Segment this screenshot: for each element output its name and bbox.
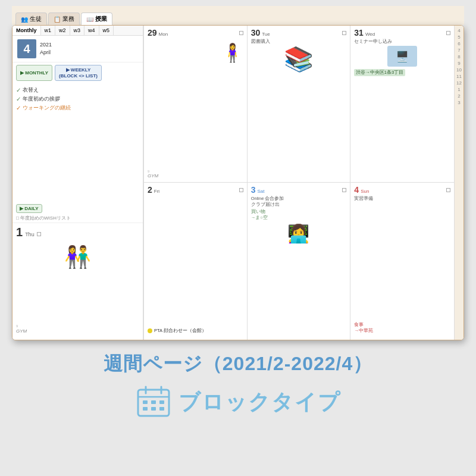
left-header: 4 2021 April xyxy=(12,36,143,62)
tab-seito[interactable]: 👥 生徒 xyxy=(15,12,47,25)
wish-text: □ 年度始めのWISHリスト xyxy=(16,215,139,221)
sidebar-letter-2: 2 xyxy=(458,93,460,99)
cal-cb-2[interactable] xyxy=(239,188,243,192)
tab-gyomu-label: 業務 xyxy=(62,15,74,23)
week-tab-w4[interactable]: w4 xyxy=(84,26,99,35)
weekly-button[interactable]: ▶ WEEKLY (BLOCK <> LIST) xyxy=(55,65,102,81)
cal-cb-31[interactable] xyxy=(446,31,450,35)
shopping-note-3: 買い物 →ま○空 xyxy=(251,209,347,221)
svg-rect-9 xyxy=(159,407,164,411)
day-checkbox-1[interactable] xyxy=(37,232,41,236)
cal-cb-3[interactable] xyxy=(342,188,346,192)
week-tabs: Monthly w1 w2 w3 w4 xyxy=(12,26,143,36)
cal-cb-30[interactable] xyxy=(342,31,346,35)
cal-day-name-2: Fri xyxy=(154,189,159,194)
planner-book: Monthly w1 w2 w3 w4 xyxy=(12,25,464,340)
sidebar-letter-12: 12 xyxy=(456,80,462,86)
cal-cb-4[interactable] xyxy=(446,188,450,192)
cal-cell-29: 29 Mon 🧍‍♀️ 9 GYM xyxy=(144,26,248,183)
bottom-type: ブロックタイプ xyxy=(178,388,341,417)
week-tab-monthly[interactable]: Monthly xyxy=(12,26,41,35)
cal-cell-4: 4 Sun 実習準備 食事 →中華苑 xyxy=(350,183,454,340)
day-col-left: 1 Thu 👫 9 GYM xyxy=(12,223,143,340)
sticker-29: 🧍‍♀️ xyxy=(148,42,243,63)
planner-content: Monthly w1 w2 w3 w4 xyxy=(12,26,464,340)
daily-button[interactable]: ▶ DAILY xyxy=(16,204,42,213)
cal-day-name-4: Sun xyxy=(361,189,369,194)
sticker-30: 📚 xyxy=(251,47,347,71)
check-icon-1: ✓ xyxy=(16,87,21,93)
week-tab-w3[interactable]: w3 xyxy=(70,26,85,35)
sidebar-letter-7: 7 xyxy=(458,48,460,53)
task-list: ✓ 衣替え ✓ 年度初めの挨拶 ✓ ウォーキングの継続 xyxy=(12,83,143,200)
pta-dot xyxy=(148,328,152,333)
cal-cell-2: 2 Fri PTA 顔合わせー（会館） xyxy=(144,183,248,340)
cal-event-31: セミナー申し込み xyxy=(354,39,450,45)
tab-seito-label: 生徒 xyxy=(30,15,42,23)
monthly-button[interactable]: ▶ MONTHLY xyxy=(16,65,52,81)
outer-container: 👥 生徒 📋 業務 📖 授業 Monthly xyxy=(0,0,476,476)
svg-rect-7 xyxy=(143,407,148,411)
cal-cell-30: 30 Tue 図書購入 📚 xyxy=(248,26,351,183)
cal-day-name-30: Tue xyxy=(262,32,270,37)
cal-day-num-2: 2 xyxy=(148,185,152,195)
cal-day-num-31: 31 xyxy=(354,28,364,37)
nav-buttons: ▶ MONTHLY ▶ WEEKLY (BLOCK <> LIST) xyxy=(12,62,143,83)
cal-event-3: Online 会合参加 クラブ届け出 xyxy=(251,196,347,208)
svg-rect-8 xyxy=(151,407,156,411)
pta-text: PTA 顔合わせー（会館） xyxy=(154,328,206,334)
gym-left: 9 GYM xyxy=(16,324,139,337)
cal-event-4: 実習準備 xyxy=(354,196,450,202)
cal-day-num-3: 3 xyxy=(251,185,256,195)
pta-event: PTA 顔合わせー（会館） xyxy=(148,328,243,334)
calendar-icon-big xyxy=(136,384,171,420)
right-sidebar: 4 5 6 7 8 9 10 11 12 1 2 3 xyxy=(454,26,464,340)
cal-cell-3: 3 Sat Online 会合参加 クラブ届け出 買い物 →ま○空 👩‍💻 xyxy=(248,183,351,340)
sidebar-letter-6: 6 xyxy=(458,41,460,46)
note-4: 食事 →中華苑 xyxy=(354,322,373,334)
calendar-grid: 29 Mon 🧍‍♀️ 9 GYM xyxy=(143,26,454,340)
cal-day-num-4: 4 xyxy=(354,185,359,195)
sidebar-letter-1: 1 xyxy=(458,87,460,92)
check-icon-3: ✓ xyxy=(16,105,21,111)
cal-day-name-31: Wed xyxy=(365,32,375,37)
check-icon-2: ✓ xyxy=(16,96,21,102)
svg-rect-4 xyxy=(143,400,148,404)
sticker-3: 👩‍💻 xyxy=(251,223,347,244)
sticker-31: 🖥️ xyxy=(354,46,450,67)
sidebar-letter-11: 11 xyxy=(456,74,462,79)
month-badge: 4 xyxy=(17,39,36,58)
cal-event-30: 図書購入 xyxy=(251,39,347,45)
tab-jugyou-label: 授業 xyxy=(95,15,107,23)
sidebar-letter-5: 5 xyxy=(458,35,460,40)
sidebar-letter-8: 8 xyxy=(458,54,460,60)
planner-wrapper: 👥 生徒 📋 業務 📖 授業 Monthly xyxy=(12,6,464,340)
week-tab-w5[interactable]: w5 xyxy=(99,26,114,35)
right-panel: 29 Mon 🧍‍♀️ 9 GYM xyxy=(143,26,454,340)
sidebar-letter-10: 10 xyxy=(456,67,462,73)
cal-day-name-3: Sat xyxy=(257,189,264,194)
cal-day-num-29: 29 xyxy=(148,28,157,37)
tab-bar: 👥 生徒 📋 業務 📖 授業 xyxy=(12,6,464,25)
tab-jugyou[interactable]: 📖 授業 xyxy=(81,12,112,25)
seito-icon: 👥 xyxy=(21,16,28,23)
week-tab-w1[interactable]: w1 xyxy=(41,26,56,35)
sidebar-letter-4: 4 xyxy=(458,28,460,33)
gyomu-icon: 📋 xyxy=(54,16,61,23)
cal-day-name-29: Mon xyxy=(159,32,168,37)
title-type-row: ブロックタイプ xyxy=(136,384,341,420)
day-header-left: 1 Thu xyxy=(16,226,139,239)
jugyou-icon: 📖 xyxy=(86,16,93,23)
bottom-area: 週間ページ（2021/2-2022/4） ブロックタイプ xyxy=(104,340,372,426)
sidebar-letter-9: 9 xyxy=(458,61,460,66)
sticker-couple: 👫 xyxy=(16,246,139,268)
tab-gyomu[interactable]: 📋 業務 xyxy=(48,12,80,25)
cal-day-num-30: 30 xyxy=(251,28,261,37)
task-item-2: ✓ 年度初めの挨拶 xyxy=(16,95,139,104)
week-tab-w2[interactable]: w2 xyxy=(55,26,70,35)
cal-cb-29[interactable] xyxy=(239,31,243,35)
left-panel: Monthly w1 w2 w3 w4 xyxy=(12,26,143,340)
sidebar-letter-3: 3 xyxy=(458,100,460,105)
task-item-1: ✓ 衣替え xyxy=(16,86,139,95)
day-name-1: Thu xyxy=(25,231,35,237)
